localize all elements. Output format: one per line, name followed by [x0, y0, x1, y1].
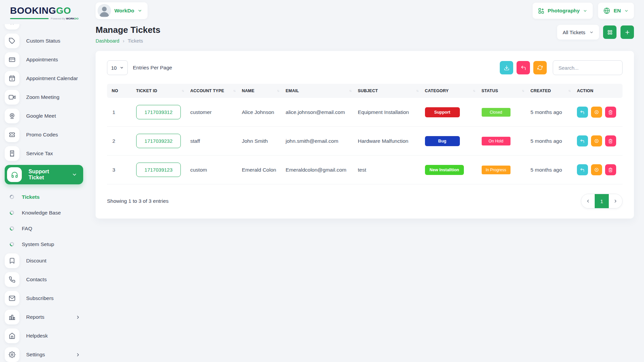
sort-icon[interactable]: ↑↓	[349, 89, 351, 93]
plus-icon	[625, 29, 630, 35]
sidebar-item-label: Service Tax	[26, 150, 53, 157]
breadcrumb-dashboard[interactable]: Dashboard	[96, 38, 119, 44]
cell-subject: Hardware Malfunction	[355, 127, 422, 156]
sidebar-item-appointments[interactable]: Appointments	[5, 52, 87, 67]
logo-underline	[10, 18, 49, 19]
sidebar-item-service-tax[interactable]: Service Tax	[5, 146, 87, 161]
submenu-item-label: Knowledge Base	[22, 210, 61, 216]
globe-icon	[603, 7, 610, 14]
sidebar-item-helpdesk[interactable]: Helpdesk	[5, 328, 87, 343]
bar-chart-icon	[5, 310, 19, 324]
receipt-icon	[5, 146, 19, 161]
pagination-next-button[interactable]	[609, 194, 622, 208]
col-header-created[interactable]: CREATED↑↓	[527, 84, 574, 98]
sidebar-item-google-meet[interactable]: Google Meet	[5, 109, 87, 123]
sidebar-item-discount[interactable]: Discount	[5, 253, 87, 268]
submenu-item-system-setup[interactable]: System Setup	[9, 236, 87, 252]
grid-view-button[interactable]	[603, 25, 616, 39]
sidebar-item-label: Zoom Meeting	[26, 94, 59, 100]
view-button[interactable]	[591, 107, 602, 118]
sort-icon[interactable]: ↑↓	[233, 89, 235, 93]
refresh-button[interactable]	[533, 61, 547, 74]
sidebar-item-partial[interactable]	[5, 24, 87, 29]
sidebar-item-zoom-meeting[interactable]: Zoom Meeting	[5, 90, 87, 105]
topbar: WorkDo Photography EN	[96, 2, 634, 19]
col-header-status[interactable]: STATUS↑↓	[478, 84, 527, 98]
sidebar-item-promo-codes[interactable]: Promo Codes	[5, 127, 87, 142]
trash-icon	[608, 110, 613, 115]
breadcrumb-current: Tickets	[128, 38, 143, 44]
add-ticket-button[interactable]	[621, 25, 634, 39]
filter-label: All Tickets	[562, 29, 585, 35]
sort-icon[interactable]: ↑↓	[277, 89, 279, 93]
delete-button[interactable]	[605, 107, 616, 118]
reply-button[interactable]	[577, 135, 588, 146]
page-title: Manage Tickets	[96, 25, 160, 35]
reply-button[interactable]	[577, 107, 588, 118]
breadcrumb: Dashboard › Tickets	[96, 38, 160, 44]
donut-icon	[9, 194, 14, 199]
ticket-icon	[5, 127, 19, 142]
cell-name: Emerald Colon	[238, 156, 282, 184]
sidebar-item-support-ticket[interactable]: Support Ticket	[5, 165, 83, 184]
download-icon	[504, 65, 509, 71]
col-header-category[interactable]: CATEGORY↑↓	[422, 84, 478, 98]
row-actions	[577, 107, 619, 118]
sidebar-item-label: Contacts	[26, 277, 47, 283]
col-header-ticket-id[interactable]: TICKET ID↑↓	[133, 84, 187, 98]
sort-icon[interactable]: ↑↓	[416, 89, 418, 93]
breadcrumb-separator: ›	[123, 38, 124, 44]
submenu-item-knowledge-base[interactable]: Knowledge Base	[9, 205, 87, 221]
webcam-icon	[5, 109, 19, 123]
pagination-prev-button[interactable]	[581, 194, 595, 208]
cell-email: john.smith@email.com	[282, 127, 355, 156]
sidebar-item-label: Promo Codes	[26, 132, 58, 138]
ticket-filter-dropdown[interactable]: All Tickets	[557, 25, 599, 40]
search-input[interactable]	[553, 60, 623, 75]
page-header: Manage Tickets Dashboard › Tickets All T…	[96, 25, 634, 44]
language-selector[interactable]: EN	[598, 3, 634, 19]
sidebar-item-custom-status[interactable]: Custom Status	[5, 34, 87, 48]
sort-icon[interactable]: ↑↓	[522, 89, 524, 93]
chevron-down-icon	[624, 9, 629, 13]
sidebar-item-appointment-calendar[interactable]: Appointment Calendar	[5, 71, 87, 86]
sort-icon[interactable]: ↑↓	[181, 89, 183, 93]
view-button[interactable]	[591, 135, 602, 146]
delete-button[interactable]	[605, 135, 616, 146]
sidebar-nav: Custom Status Appointments Appointment C…	[0, 24, 87, 362]
sort-icon[interactable]: ↑↓	[568, 89, 570, 93]
submenu-item-faq[interactable]: FAQ	[9, 221, 87, 236]
ticket-id-button[interactable]: 1717039312	[136, 105, 181, 119]
headphones-icon	[7, 167, 22, 182]
view-button[interactable]	[591, 164, 602, 175]
ticket-id-button[interactable]: 1717039123	[136, 163, 181, 177]
sort-icon[interactable]: ↑↓	[473, 89, 475, 93]
delete-button[interactable]	[605, 164, 616, 175]
business-selector[interactable]: Photography	[533, 3, 593, 19]
ticket-id-button[interactable]: 1717039232	[136, 134, 181, 148]
submenu-item-tickets[interactable]: Tickets	[9, 189, 87, 205]
donut-icon	[9, 210, 14, 215]
eye-icon	[594, 138, 599, 143]
reply-icon	[580, 139, 585, 143]
sidebar-item-contacts[interactable]: Contacts	[5, 272, 87, 287]
cell-subject: test	[355, 156, 422, 184]
export-button[interactable]	[500, 61, 513, 74]
sidebar-item-subscribers[interactable]: Subscribers	[5, 291, 87, 306]
sidebar-item-settings[interactable]: Settings	[5, 347, 87, 362]
undo-button[interactable]	[517, 61, 530, 74]
col-header-email[interactable]: EMAIL↑↓	[282, 84, 355, 98]
col-header-account-type[interactable]: ACCOUNT TYPE↑↓	[187, 84, 238, 98]
reply-button[interactable]	[577, 164, 588, 175]
pagination-page-1[interactable]: 1	[595, 194, 609, 208]
chevron-down-icon	[583, 9, 587, 13]
entries-per-page-select[interactable]: 10	[107, 60, 128, 75]
brand-logo[interactable]: BOOKINGGO Powered By WORKDO	[0, 0, 87, 21]
cell-account-type: staff	[187, 127, 238, 156]
user-menu[interactable]: WorkDo	[96, 2, 148, 19]
sidebar-item-reports[interactable]: Reports	[5, 310, 87, 324]
sidebar-item-label: Support Ticket	[29, 169, 65, 181]
col-header-subject[interactable]: SUBJECT↑↓	[355, 84, 422, 98]
col-header-name[interactable]: NAME↑↓	[238, 84, 282, 98]
sidebar-item-label: Discount	[26, 258, 46, 264]
